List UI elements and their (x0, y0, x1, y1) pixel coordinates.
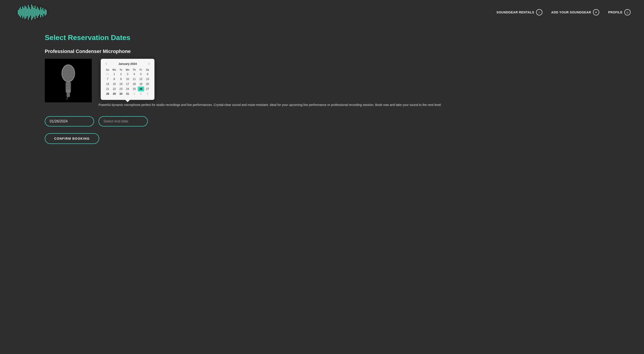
calendar-day-cell[interactable]: 15 (111, 82, 118, 86)
svg-rect-4 (21, 9, 22, 16)
calendar-dow-header: Fr (138, 68, 144, 72)
svg-rect-9 (27, 8, 28, 16)
add-soundgear-label: ADD YOUR SOUNDGEAR (551, 10, 591, 14)
product-title: Professional Condenser Microphone (45, 48, 599, 54)
soundgear-rentals-nav[interactable]: SOUNDGEAR RENTALS ♪ (496, 9, 542, 15)
calendar-day-cell[interactable]: 16 (118, 82, 124, 86)
calendar-week-row: 21222324252627 (104, 86, 151, 91)
add-soundgear-nav[interactable]: ADD YOUR SOUNDGEAR + (551, 9, 599, 15)
music-note-icon: ♪ (536, 9, 542, 15)
calendar-day-cell[interactable]: 1 (111, 72, 118, 77)
date-inputs (45, 116, 599, 127)
profile-nav[interactable]: PROFILE ☺ (608, 9, 630, 15)
calendar-day-cell[interactable]: 18 (131, 82, 138, 86)
svg-rect-8 (26, 7, 26, 18)
calendar-day-cell[interactable]: 10 (124, 77, 131, 82)
calendar-day-cell[interactable]: 2 (138, 91, 144, 96)
svg-rect-3 (20, 7, 21, 17)
svg-rect-5 (22, 6, 23, 18)
product-image (45, 59, 92, 102)
svg-rect-19 (38, 8, 39, 16)
svg-rect-18 (37, 7, 38, 18)
svg-rect-13 (31, 4, 32, 20)
svg-rect-6 (24, 8, 24, 17)
calendar-day-cell[interactable]: 7 (104, 77, 111, 82)
svg-rect-17 (36, 9, 36, 16)
logo-waveform-icon (14, 2, 52, 22)
calendar-grid: SuMoTuWeThFrSa 3112345678910111213141516… (104, 68, 151, 96)
calendar-day-cell[interactable]: 1 (131, 91, 138, 96)
calendar-day-cell[interactable]: 4 (131, 72, 138, 77)
calendar-day-cell[interactable]: 17 (124, 82, 131, 86)
svg-rect-20 (39, 10, 40, 14)
svg-rect-15 (34, 8, 34, 17)
svg-rect-38 (65, 85, 71, 85)
calendar-day-cell[interactable]: 30 (118, 91, 124, 96)
calendar-day-cell[interactable]: 5 (138, 72, 144, 77)
svg-rect-2 (19, 8, 20, 16)
calendar-next-btn[interactable]: › (147, 61, 151, 66)
microphone-image (55, 62, 82, 100)
calendar-dow-header: We (124, 68, 131, 72)
calendar-day-cell[interactable]: 13 (144, 77, 151, 82)
svg-rect-16 (35, 5, 35, 19)
calendar-day-cell[interactable]: 25 (131, 86, 138, 91)
calendar-day-cell[interactable]: 29 (111, 91, 118, 96)
calendar-dow-header: Sa (144, 68, 151, 72)
calendar-prev-btn[interactable]: ‹ (104, 61, 108, 66)
end-date-input[interactable] (98, 116, 148, 127)
calendar-day-cell[interactable]: 31 (104, 72, 111, 77)
svg-rect-22 (42, 9, 42, 15)
svg-rect-10 (28, 5, 29, 20)
svg-rect-40 (65, 88, 71, 89)
smiley-icon: ☺ (624, 9, 630, 15)
soundgear-rentals-label: SOUNDGEAR RENTALS (496, 10, 534, 14)
svg-rect-37 (65, 83, 71, 84)
logo[interactable] (14, 2, 52, 22)
svg-rect-39 (65, 86, 71, 87)
svg-rect-41 (66, 93, 70, 97)
calendar-week-row: 31123456 (104, 72, 151, 77)
svg-rect-14 (32, 6, 33, 18)
svg-rect-25 (45, 9, 46, 16)
calendar-day-cell[interactable]: 3 (124, 72, 131, 77)
calendar-dow-header: Tu (118, 68, 124, 72)
svg-rect-21 (40, 7, 41, 17)
calendar-day-cell[interactable]: 6 (144, 72, 151, 77)
calendar-day-cell[interactable]: 24 (124, 86, 131, 91)
confirm-booking-button[interactable]: CONFIRM BOOKING (45, 133, 99, 144)
svg-rect-1 (18, 10, 18, 14)
calendar-dow-header: Th (131, 68, 138, 72)
calendar-day-cell[interactable]: 14 (104, 82, 111, 86)
calendar-day-cell[interactable]: 11 (131, 77, 138, 82)
calendar-dow-header: Su (104, 68, 111, 72)
calendar-week-row: 14151617181920 (104, 82, 151, 86)
calendar-day-cell[interactable]: 2 (118, 72, 124, 77)
calendar-day-cell[interactable]: 21 (104, 86, 111, 91)
svg-rect-12 (30, 9, 31, 16)
calendar-day-cell[interactable]: 28 (104, 91, 111, 96)
calendar-day-cell[interactable]: 3 (144, 91, 151, 96)
calendar-week-row: 28293031123 (104, 91, 151, 96)
calendar-day-cell[interactable]: 26 (138, 86, 144, 91)
start-date-input[interactable] (45, 116, 94, 127)
calendar-header: ‹ January 2024 › (104, 61, 151, 66)
svg-rect-24 (44, 11, 44, 14)
main-nav: SOUNDGEAR RENTALS ♪ ADD YOUR SOUNDGEAR +… (496, 9, 630, 15)
calendar-day-cell[interactable]: 22 (111, 86, 118, 91)
calendar-day-cell[interactable]: 23 (118, 86, 124, 91)
calendar-day-cell[interactable]: 19 (138, 82, 144, 86)
svg-rect-11 (29, 7, 30, 17)
product-section: ‹ January 2024 › SuMoTuWeThFrSa 31123456… (45, 59, 599, 107)
calendar-day-cell[interactable]: 20 (144, 82, 151, 86)
calendar-day-cell[interactable]: 9 (118, 77, 124, 82)
calendar-day-cell[interactable]: 12 (138, 77, 144, 82)
plus-icon: + (593, 9, 599, 15)
product-description: Powerful dynamic microphone perfect for … (98, 102, 599, 107)
profile-label: PROFILE (608, 10, 622, 14)
description-area: Powerful dynamic microphone perfect for … (98, 59, 599, 107)
calendar-dow-header: Mo (111, 68, 118, 72)
calendar-day-cell[interactable]: 27 (144, 86, 151, 91)
calendar-day-cell[interactable]: 8 (111, 77, 118, 82)
calendar-day-cell[interactable]: 31 (124, 91, 131, 96)
